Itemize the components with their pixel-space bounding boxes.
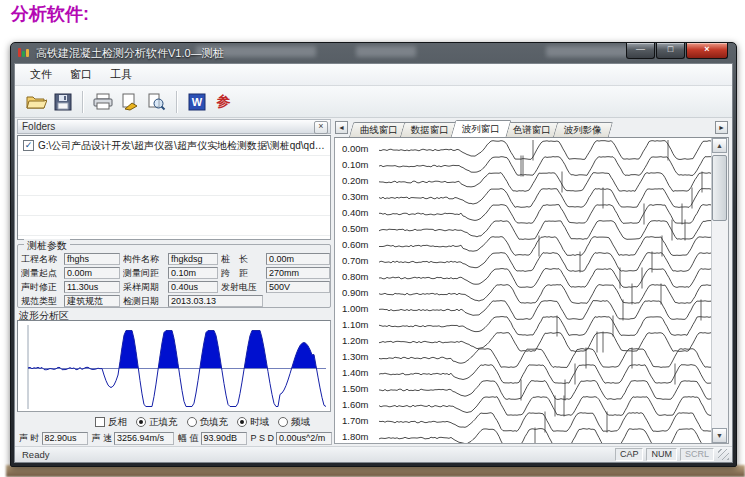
radio-icon [237, 417, 247, 427]
param-label: 跨 距 [221, 267, 263, 280]
waveform-analysis-box [17, 320, 331, 412]
wave-train-plot [379, 140, 715, 444]
depth-label: 0.30m [342, 191, 368, 202]
depth-label: 0.20m [342, 175, 368, 186]
depth-label: 1.40m [342, 367, 368, 378]
print-export-icon[interactable] [116, 89, 143, 114]
freq-domain-label: 频域 [291, 416, 310, 429]
psd-value[interactable]: 0.00us^2/m [276, 432, 332, 445]
tab-strip: ◄ ► 曲线窗口数据窗口波列窗口色谱窗口波列影像 [334, 119, 729, 137]
tab-scroll-right-icon[interactable]: ► [715, 121, 728, 134]
sound-speed-value[interactable]: 3256.94m/s [114, 432, 174, 445]
wave-train-area: ▲ ▼ 0.00m0.10m0.20m0.30m0.40m0.50m0.60m0… [334, 137, 729, 444]
tab-wave-train-window[interactable]: 波列窗口 [451, 120, 512, 137]
tab-scroll-left-icon[interactable]: ◄ [335, 121, 348, 134]
freq-domain-radio[interactable]: 频域 [278, 416, 310, 429]
status-scrl: SCRL [680, 448, 714, 461]
tab-label: 波列窗口 [462, 121, 500, 137]
close-icon: × [704, 44, 709, 54]
depth-label: 0.70m [342, 255, 368, 266]
amplitude-value[interactable]: 93.90dB [201, 432, 247, 445]
time-domain-radio[interactable]: 时域 [237, 416, 269, 429]
depth-label: 1.00m [342, 303, 368, 314]
psd-label: P S D [251, 433, 274, 443]
param-label: 工程名称 [21, 253, 61, 266]
close-x-icon: × [318, 121, 323, 131]
depth-label: 1.10m [342, 319, 368, 330]
depth-label: 0.60m [342, 239, 368, 250]
param-label: 采样周期 [123, 281, 165, 294]
menu-item-tools[interactable]: 工具 [101, 65, 141, 84]
page-heading: 分析软件: [11, 2, 89, 26]
folders-panel-header: Folders × [17, 119, 331, 134]
title-bar[interactable]: 高铁建混凝土检测分析软件V1.0—测桩 — □ × [11, 43, 736, 63]
depth-label: 0.00m [342, 143, 368, 154]
param-field[interactable]: 0.10m [168, 267, 218, 279]
resize-grip[interactable] [718, 449, 729, 460]
depth-label: 0.50m [342, 223, 368, 234]
scrollbar-thumb[interactable] [712, 155, 727, 221]
scroll-up-icon[interactable]: ▲ [712, 138, 727, 153]
sound-time-label: 声 时 [19, 432, 40, 445]
param-label: 检测日期 [123, 295, 165, 308]
print-preview-icon[interactable] [143, 89, 170, 114]
open-folder-icon[interactable] [22, 89, 49, 114]
print-icon[interactable] [89, 89, 116, 114]
folder-path-label: G:\公司产品设计开发\超声仪器\超声仪实地检测数据\测桩qd\qd03\qd0… [38, 139, 330, 153]
param-field[interactable]: 0.00m [64, 267, 120, 279]
save-icon[interactable] [49, 89, 76, 114]
pile-params-title: 测桩参数 [24, 239, 70, 253]
param-field[interactable]: fhgkdsg [168, 253, 218, 265]
titlebar-glass-smudge [546, 46, 636, 57]
toolbar-separator [82, 91, 83, 113]
radio-icon [136, 417, 146, 427]
param-field[interactable]: 11.30us [64, 281, 120, 293]
vertical-scrollbar[interactable]: ▲ ▼ [711, 138, 728, 443]
folders-list[interactable]: ✓G:\公司产品设计开发\超声仪器\超声仪实地检测数据\测桩qd\qd03\qd… [17, 135, 331, 240]
param-field[interactable]: 500V [266, 281, 330, 293]
depth-label: 0.80m [342, 271, 368, 282]
param-label: 测量间距 [123, 267, 165, 280]
waveform-analysis-plot [18, 321, 330, 411]
param-field[interactable]: 2013.03.13 [168, 295, 263, 307]
tab-wave-image-window[interactable]: 波列影像 [553, 122, 613, 137]
maximize-button[interactable]: □ [656, 43, 685, 59]
minimize-icon: — [636, 44, 645, 54]
toolbar: W参 [15, 86, 732, 118]
param-field[interactable]: 建筑规范 [64, 295, 120, 307]
status-text: Ready [18, 449, 49, 460]
main-area: Folders × ✓G:\公司产品设计开发\超声仪器\超声仪实地检测数据\测桩… [15, 118, 732, 446]
checkbox-icon[interactable]: ✓ [23, 140, 34, 151]
menu-item-window[interactable]: 窗口 [61, 65, 101, 84]
scroll-down-icon[interactable]: ▼ [712, 428, 727, 443]
radio-icon [187, 417, 197, 427]
param-field[interactable]: 0.40us [168, 281, 218, 293]
menu-item-file[interactable]: 文件 [21, 65, 61, 84]
folders-panel-title: Folders [22, 121, 55, 132]
tab-label: 曲线窗口 [360, 123, 398, 137]
depth-label: 1.60m [342, 399, 368, 410]
minimize-button[interactable]: — [626, 43, 655, 59]
reference-icon[interactable]: 参 [210, 89, 237, 114]
folders-close-button[interactable]: × [314, 121, 328, 134]
param-label: 发射电压 [221, 281, 263, 294]
invert-checkbox[interactable]: 反相 [95, 416, 127, 429]
word-icon[interactable]: W [183, 89, 210, 114]
depth-label: 0.40m [342, 207, 368, 218]
param-field[interactable]: fhghs [64, 253, 120, 265]
window-controls: — □ × [625, 43, 728, 59]
window-title: 高铁建混凝土检测分析软件V1.0—测桩 [36, 46, 224, 61]
param-label: 规范类型 [21, 295, 61, 308]
depth-label: 1.30m [342, 351, 368, 362]
tab-label: 波列影像 [564, 123, 602, 137]
depth-label: 1.50m [342, 383, 368, 394]
folder-list-item[interactable]: ✓G:\公司产品设计开发\超声仪器\超声仪实地检测数据\测桩qd\qd03\qd… [18, 136, 330, 155]
close-button[interactable]: × [686, 43, 728, 59]
fill-positive-radio[interactable]: 正填充 [136, 416, 178, 429]
fill-negative-radio[interactable]: 负填充 [187, 416, 229, 429]
depth-label: 0.10m [342, 159, 368, 170]
param-field[interactable]: 270mm [266, 267, 330, 279]
sound-time-value[interactable]: 82.90us [42, 432, 88, 445]
param-field[interactable]: 0.00m [266, 253, 330, 265]
readouts-row: 声 时82.90us声 速3256.94m/s幅 值93.90dBP S D0.… [17, 431, 333, 445]
